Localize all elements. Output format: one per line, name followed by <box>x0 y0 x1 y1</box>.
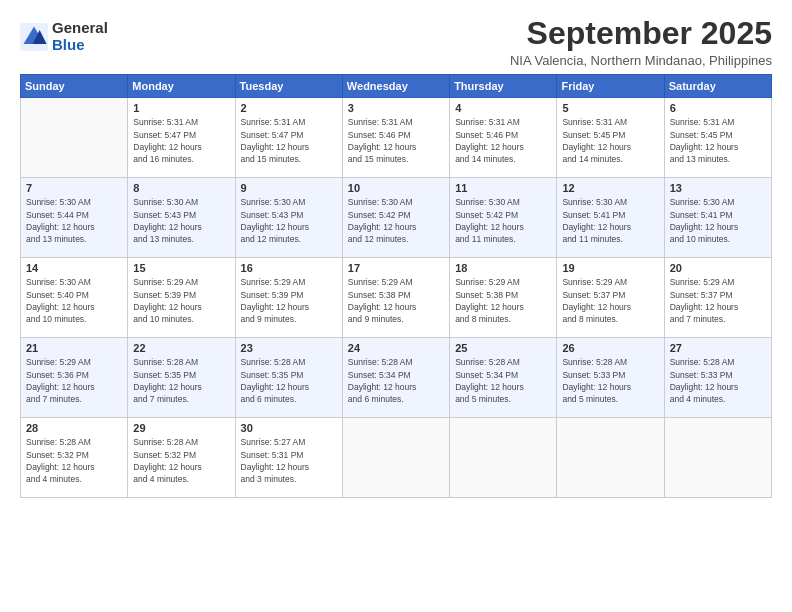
calendar-week-row: 21Sunrise: 5:29 AM Sunset: 5:36 PM Dayli… <box>21 338 772 418</box>
logo: General Blue <box>20 20 108 53</box>
table-row: 6Sunrise: 5:31 AM Sunset: 5:45 PM Daylig… <box>664 98 771 178</box>
day-number: 26 <box>562 342 658 354</box>
day-number: 9 <box>241 182 337 194</box>
header-wednesday: Wednesday <box>342 75 449 98</box>
calendar-week-row: 14Sunrise: 5:30 AM Sunset: 5:40 PM Dayli… <box>21 258 772 338</box>
table-row: 30Sunrise: 5:27 AM Sunset: 5:31 PM Dayli… <box>235 418 342 498</box>
table-row: 10Sunrise: 5:30 AM Sunset: 5:42 PM Dayli… <box>342 178 449 258</box>
subtitle: NIA Valencia, Northern Mindanao, Philipp… <box>510 53 772 68</box>
day-info: Sunrise: 5:29 AM Sunset: 5:39 PM Dayligh… <box>241 276 337 325</box>
day-number: 14 <box>26 262 122 274</box>
day-info: Sunrise: 5:30 AM Sunset: 5:43 PM Dayligh… <box>241 196 337 245</box>
table-row: 3Sunrise: 5:31 AM Sunset: 5:46 PM Daylig… <box>342 98 449 178</box>
logo-icon <box>20 23 48 51</box>
day-info: Sunrise: 5:30 AM Sunset: 5:41 PM Dayligh… <box>670 196 766 245</box>
table-row: 8Sunrise: 5:30 AM Sunset: 5:43 PM Daylig… <box>128 178 235 258</box>
table-row: 17Sunrise: 5:29 AM Sunset: 5:38 PM Dayli… <box>342 258 449 338</box>
logo-text: General Blue <box>52 20 108 53</box>
table-row <box>21 98 128 178</box>
table-row: 16Sunrise: 5:29 AM Sunset: 5:39 PM Dayli… <box>235 258 342 338</box>
day-info: Sunrise: 5:28 AM Sunset: 5:35 PM Dayligh… <box>133 356 229 405</box>
table-row: 25Sunrise: 5:28 AM Sunset: 5:34 PM Dayli… <box>450 338 557 418</box>
table-row: 4Sunrise: 5:31 AM Sunset: 5:46 PM Daylig… <box>450 98 557 178</box>
day-info: Sunrise: 5:29 AM Sunset: 5:37 PM Dayligh… <box>670 276 766 325</box>
table-row <box>557 418 664 498</box>
day-number: 13 <box>670 182 766 194</box>
day-number: 6 <box>670 102 766 114</box>
table-row: 29Sunrise: 5:28 AM Sunset: 5:32 PM Dayli… <box>128 418 235 498</box>
day-info: Sunrise: 5:28 AM Sunset: 5:32 PM Dayligh… <box>133 436 229 485</box>
table-row: 1Sunrise: 5:31 AM Sunset: 5:47 PM Daylig… <box>128 98 235 178</box>
calendar-week-row: 28Sunrise: 5:28 AM Sunset: 5:32 PM Dayli… <box>21 418 772 498</box>
day-number: 27 <box>670 342 766 354</box>
calendar-table: Sunday Monday Tuesday Wednesday Thursday… <box>20 74 772 498</box>
logo-blue: Blue <box>52 37 108 54</box>
day-number: 28 <box>26 422 122 434</box>
day-info: Sunrise: 5:28 AM Sunset: 5:35 PM Dayligh… <box>241 356 337 405</box>
day-number: 11 <box>455 182 551 194</box>
day-info: Sunrise: 5:30 AM Sunset: 5:44 PM Dayligh… <box>26 196 122 245</box>
calendar-week-row: 1Sunrise: 5:31 AM Sunset: 5:47 PM Daylig… <box>21 98 772 178</box>
day-number: 16 <box>241 262 337 274</box>
day-info: Sunrise: 5:28 AM Sunset: 5:34 PM Dayligh… <box>455 356 551 405</box>
day-info: Sunrise: 5:31 AM Sunset: 5:45 PM Dayligh… <box>562 116 658 165</box>
header-tuesday: Tuesday <box>235 75 342 98</box>
day-info: Sunrise: 5:29 AM Sunset: 5:37 PM Dayligh… <box>562 276 658 325</box>
logo-general: General <box>52 20 108 37</box>
day-number: 19 <box>562 262 658 274</box>
day-info: Sunrise: 5:30 AM Sunset: 5:42 PM Dayligh… <box>348 196 444 245</box>
calendar-week-row: 7Sunrise: 5:30 AM Sunset: 5:44 PM Daylig… <box>21 178 772 258</box>
table-row: 24Sunrise: 5:28 AM Sunset: 5:34 PM Dayli… <box>342 338 449 418</box>
day-number: 3 <box>348 102 444 114</box>
day-info: Sunrise: 5:30 AM Sunset: 5:40 PM Dayligh… <box>26 276 122 325</box>
day-number: 20 <box>670 262 766 274</box>
day-number: 25 <box>455 342 551 354</box>
day-info: Sunrise: 5:29 AM Sunset: 5:38 PM Dayligh… <box>455 276 551 325</box>
day-number: 15 <box>133 262 229 274</box>
calendar-header-row: Sunday Monday Tuesday Wednesday Thursday… <box>21 75 772 98</box>
table-row: 27Sunrise: 5:28 AM Sunset: 5:33 PM Dayli… <box>664 338 771 418</box>
table-row: 9Sunrise: 5:30 AM Sunset: 5:43 PM Daylig… <box>235 178 342 258</box>
table-row: 14Sunrise: 5:30 AM Sunset: 5:40 PM Dayli… <box>21 258 128 338</box>
day-info: Sunrise: 5:28 AM Sunset: 5:34 PM Dayligh… <box>348 356 444 405</box>
day-number: 24 <box>348 342 444 354</box>
title-area: September 2025 NIA Valencia, Northern Mi… <box>510 16 772 68</box>
table-row <box>342 418 449 498</box>
header-saturday: Saturday <box>664 75 771 98</box>
day-info: Sunrise: 5:31 AM Sunset: 5:46 PM Dayligh… <box>455 116 551 165</box>
day-number: 5 <box>562 102 658 114</box>
day-info: Sunrise: 5:28 AM Sunset: 5:33 PM Dayligh… <box>670 356 766 405</box>
main-title: September 2025 <box>510 16 772 51</box>
table-row: 15Sunrise: 5:29 AM Sunset: 5:39 PM Dayli… <box>128 258 235 338</box>
table-row: 26Sunrise: 5:28 AM Sunset: 5:33 PM Dayli… <box>557 338 664 418</box>
day-info: Sunrise: 5:29 AM Sunset: 5:38 PM Dayligh… <box>348 276 444 325</box>
table-row: 20Sunrise: 5:29 AM Sunset: 5:37 PM Dayli… <box>664 258 771 338</box>
table-row: 22Sunrise: 5:28 AM Sunset: 5:35 PM Dayli… <box>128 338 235 418</box>
header-sunday: Sunday <box>21 75 128 98</box>
table-row: 21Sunrise: 5:29 AM Sunset: 5:36 PM Dayli… <box>21 338 128 418</box>
header-friday: Friday <box>557 75 664 98</box>
day-info: Sunrise: 5:29 AM Sunset: 5:39 PM Dayligh… <box>133 276 229 325</box>
day-info: Sunrise: 5:27 AM Sunset: 5:31 PM Dayligh… <box>241 436 337 485</box>
day-info: Sunrise: 5:29 AM Sunset: 5:36 PM Dayligh… <box>26 356 122 405</box>
header-monday: Monday <box>128 75 235 98</box>
day-number: 18 <box>455 262 551 274</box>
table-row: 7Sunrise: 5:30 AM Sunset: 5:44 PM Daylig… <box>21 178 128 258</box>
table-row: 11Sunrise: 5:30 AM Sunset: 5:42 PM Dayli… <box>450 178 557 258</box>
table-row: 5Sunrise: 5:31 AM Sunset: 5:45 PM Daylig… <box>557 98 664 178</box>
table-row: 28Sunrise: 5:28 AM Sunset: 5:32 PM Dayli… <box>21 418 128 498</box>
day-info: Sunrise: 5:30 AM Sunset: 5:42 PM Dayligh… <box>455 196 551 245</box>
day-info: Sunrise: 5:30 AM Sunset: 5:41 PM Dayligh… <box>562 196 658 245</box>
page: General Blue September 2025 NIA Valencia… <box>0 0 792 612</box>
day-info: Sunrise: 5:28 AM Sunset: 5:32 PM Dayligh… <box>26 436 122 485</box>
header-thursday: Thursday <box>450 75 557 98</box>
day-info: Sunrise: 5:30 AM Sunset: 5:43 PM Dayligh… <box>133 196 229 245</box>
table-row <box>450 418 557 498</box>
day-info: Sunrise: 5:28 AM Sunset: 5:33 PM Dayligh… <box>562 356 658 405</box>
day-number: 1 <box>133 102 229 114</box>
table-row: 12Sunrise: 5:30 AM Sunset: 5:41 PM Dayli… <box>557 178 664 258</box>
day-info: Sunrise: 5:31 AM Sunset: 5:45 PM Dayligh… <box>670 116 766 165</box>
day-info: Sunrise: 5:31 AM Sunset: 5:46 PM Dayligh… <box>348 116 444 165</box>
day-number: 8 <box>133 182 229 194</box>
day-number: 7 <box>26 182 122 194</box>
